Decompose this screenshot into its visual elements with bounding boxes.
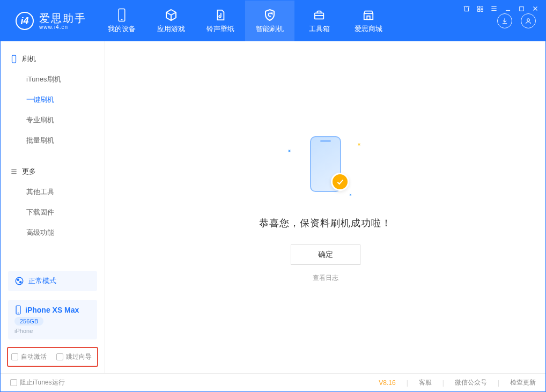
logo-subtitle: www.i4.cn bbox=[39, 24, 86, 30]
mode-label: 正常模式 bbox=[28, 276, 56, 286]
wechat-link[interactable]: 微信公众号 bbox=[455, 378, 487, 387]
device-type: iPhone bbox=[14, 328, 33, 334]
grid-icon[interactable] bbox=[477, 5, 484, 12]
version-label: V8.16 bbox=[379, 379, 395, 387]
mode-icon bbox=[14, 276, 24, 286]
sparkle-icon: ✦ bbox=[355, 141, 362, 148]
shirt-icon[interactable] bbox=[463, 5, 470, 12]
svg-rect-13 bbox=[315, 13, 324, 19]
download-button[interactable] bbox=[497, 13, 512, 28]
check-update-link[interactable]: 检查更新 bbox=[510, 378, 536, 387]
shield-refresh-icon bbox=[263, 8, 276, 22]
nav-label: 爱思商城 bbox=[355, 24, 382, 34]
checkbox-icon bbox=[10, 379, 17, 386]
check-badge-icon bbox=[331, 173, 349, 191]
sidebar-item-pro-flash[interactable]: 专业刷机 bbox=[1, 110, 105, 130]
logo: i4 爱思助手 www.i4.cn bbox=[1, 1, 97, 41]
sidebar-item-advanced[interactable]: 高级功能 bbox=[1, 223, 105, 243]
sidebar: 刷机 iTunes刷机 一键刷机 专业刷机 批量刷机 更多 其他工具 下载固件 … bbox=[1, 41, 105, 373]
toolbox-icon bbox=[313, 8, 326, 22]
nav-store[interactable]: 爱思商城 bbox=[344, 1, 393, 41]
sidebar-head-more: 更多 bbox=[1, 164, 105, 180]
device-card[interactable]: iPhone XS Max 256GB iPhone bbox=[8, 300, 97, 339]
close-icon[interactable] bbox=[532, 5, 539, 12]
svg-point-24 bbox=[20, 282, 21, 283]
checkbox-skip-guide[interactable]: 跳过向导 bbox=[56, 352, 92, 361]
sidebar-item-one-key-flash[interactable]: 一键刷机 bbox=[1, 90, 105, 110]
window-controls bbox=[463, 5, 539, 12]
logo-icon: i4 bbox=[16, 12, 34, 30]
cube-icon bbox=[165, 8, 178, 22]
sidebar-head-label: 刷机 bbox=[22, 54, 36, 64]
nav-label: 我的设备 bbox=[108, 24, 136, 34]
ok-button[interactable]: 确定 bbox=[291, 245, 360, 265]
nav-label: 智能刷机 bbox=[256, 24, 284, 34]
menu-icon[interactable] bbox=[490, 5, 498, 12]
view-log-link[interactable]: 查看日志 bbox=[313, 273, 338, 283]
sidebar-head-label: 更多 bbox=[22, 167, 36, 176]
success-illustration: ✦ ✦ ✦ bbox=[277, 132, 374, 207]
svg-point-23 bbox=[17, 279, 19, 280]
nav-label: 应用游戏 bbox=[157, 24, 185, 34]
mode-card[interactable]: 正常模式 bbox=[8, 271, 97, 291]
checkbox-label: 阻止iTunes运行 bbox=[20, 378, 65, 387]
svg-point-17 bbox=[527, 19, 530, 21]
svg-rect-8 bbox=[520, 6, 524, 11]
status-bar: 阻止iTunes运行 V8.16 | 客服 | 微信公众号 | 检查更新 bbox=[1, 373, 545, 391]
minimize-icon[interactable] bbox=[504, 5, 512, 12]
success-message: 恭喜您，保资料刷机成功啦！ bbox=[259, 217, 392, 230]
music-file-icon bbox=[215, 8, 226, 22]
svg-rect-16 bbox=[367, 16, 370, 19]
separator: | bbox=[498, 379, 499, 387]
phone-icon bbox=[117, 8, 127, 22]
logo-title: 爱思助手 bbox=[39, 12, 86, 24]
svg-rect-3 bbox=[481, 9, 483, 11]
svg-rect-0 bbox=[478, 6, 480, 8]
customer-service-link[interactable]: 客服 bbox=[419, 378, 432, 387]
sparkle-icon: ✦ bbox=[285, 147, 292, 154]
main-content: ✦ ✦ ✦ 恭喜您，保资料刷机成功啦！ 确定 查看日志 bbox=[105, 41, 545, 373]
checkbox-label: 自动激活 bbox=[21, 352, 47, 361]
svg-rect-2 bbox=[478, 9, 480, 11]
top-nav: 我的设备 应用游戏 铃声壁纸 智能刷机 工具箱 爱思商城 bbox=[97, 1, 393, 41]
list-icon bbox=[10, 168, 18, 175]
separator: | bbox=[407, 379, 408, 387]
svg-point-22 bbox=[16, 277, 23, 285]
checkbox-stop-itunes[interactable]: 阻止iTunes运行 bbox=[10, 378, 65, 387]
nav-flash[interactable]: 智能刷机 bbox=[245, 1, 294, 41]
nav-ringtones[interactable]: 铃声壁纸 bbox=[196, 1, 245, 41]
nav-label: 工具箱 bbox=[309, 24, 330, 34]
device-icon bbox=[14, 305, 22, 315]
separator: | bbox=[442, 379, 444, 387]
highlighted-options: 自动激活 跳过向导 bbox=[7, 347, 98, 367]
nav-my-device[interactable]: 我的设备 bbox=[97, 1, 146, 41]
sparkle-icon: ✦ bbox=[347, 192, 353, 198]
device-capacity: 256GB bbox=[14, 317, 43, 326]
checkbox-icon bbox=[11, 353, 18, 360]
sidebar-item-batch-flash[interactable]: 批量刷机 bbox=[1, 130, 105, 151]
sidebar-item-download-fw[interactable]: 下载固件 bbox=[1, 202, 105, 223]
device-name-label: iPhone XS Max bbox=[25, 306, 79, 314]
nav-toolbox[interactable]: 工具箱 bbox=[294, 1, 344, 41]
nav-label: 铃声壁纸 bbox=[206, 24, 234, 34]
svg-rect-18 bbox=[12, 55, 16, 63]
device-small-icon bbox=[10, 55, 18, 63]
svg-rect-1 bbox=[481, 6, 483, 8]
titlebar: i4 爱思助手 www.i4.cn 我的设备 应用游戏 铃声壁纸 智能刷机 bbox=[1, 1, 545, 41]
checkbox-icon bbox=[56, 353, 63, 360]
nav-apps[interactable]: 应用游戏 bbox=[146, 1, 196, 41]
sidebar-item-itunes-flash[interactable]: iTunes刷机 bbox=[1, 69, 105, 90]
body: 刷机 iTunes刷机 一键刷机 专业刷机 批量刷机 更多 其他工具 下载固件 … bbox=[1, 41, 545, 373]
checkbox-auto-activate[interactable]: 自动激活 bbox=[11, 352, 47, 361]
app-window: i4 爱思助手 www.i4.cn 我的设备 应用游戏 铃声壁纸 智能刷机 bbox=[0, 0, 546, 392]
sidebar-item-other-tools[interactable]: 其他工具 bbox=[1, 182, 105, 202]
checkbox-label: 跳过向导 bbox=[66, 352, 92, 361]
sidebar-head-flash: 刷机 bbox=[1, 51, 105, 67]
store-icon bbox=[362, 8, 375, 22]
user-button[interactable] bbox=[521, 13, 536, 28]
maximize-icon[interactable] bbox=[518, 5, 525, 12]
